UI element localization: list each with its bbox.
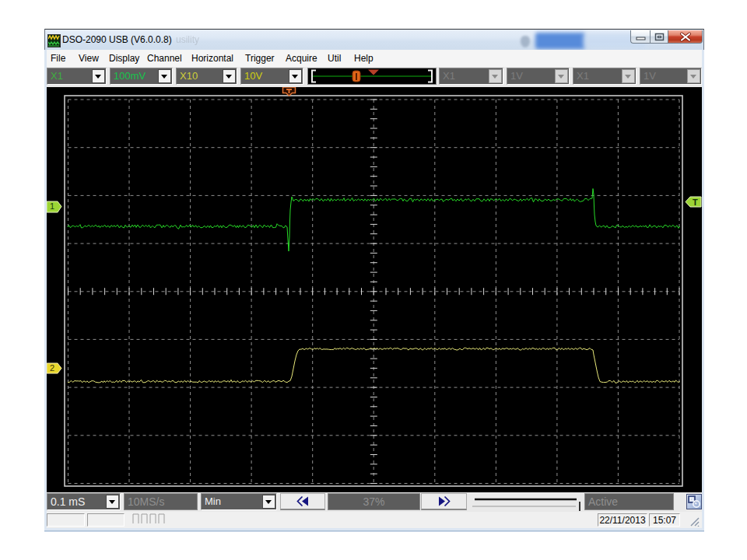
svg-text:T: T [693, 198, 698, 207]
svg-text:2: 2 [50, 363, 54, 373]
svg-text:1: 1 [50, 201, 54, 211]
